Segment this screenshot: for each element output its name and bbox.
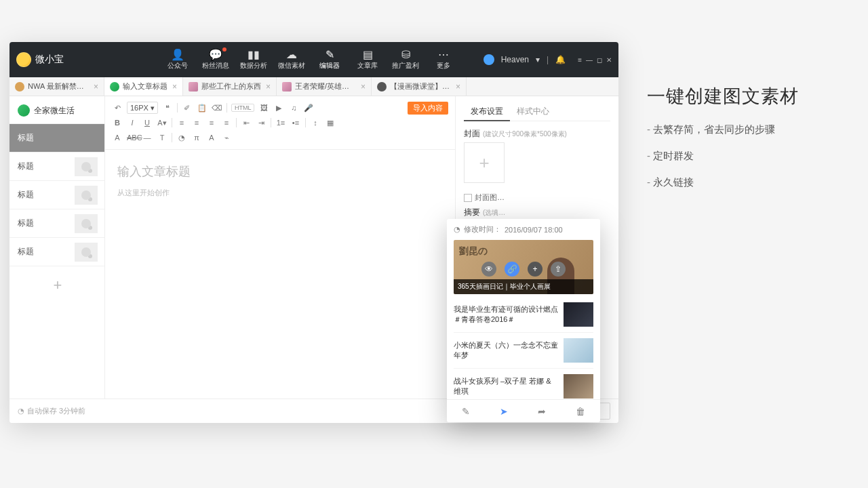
- share-icon[interactable]: ➦: [538, 406, 546, 417]
- outdent-icon[interactable]: ⇥: [256, 119, 267, 127]
- fontsize-select[interactable]: 16PX▾: [127, 102, 158, 114]
- bold-icon[interactable]: B: [112, 119, 123, 127]
- hero-preview[interactable]: 劉昆の 👁 🔗 + ⇪ 365天插画日记｜毕业个人画展: [454, 240, 593, 294]
- nav-editor[interactable]: ✎编辑器: [311, 49, 349, 70]
- popup-footer: ✎ ➤ ➦ 🗑: [447, 399, 600, 422]
- tab-4[interactable]: 【漫画微课堂】封面海...×: [372, 77, 467, 96]
- brush-icon[interactable]: ✐: [182, 104, 193, 113]
- thumb-icon: [75, 186, 98, 205]
- cover-show-checkbox[interactable]: 封面图…: [464, 192, 610, 203]
- title-input[interactable]: 输入文章标题: [117, 163, 443, 180]
- undo-icon[interactable]: ↶: [112, 104, 123, 113]
- tab-0[interactable]: NWA 最新解禁作品×: [9, 77, 104, 96]
- nav-promo[interactable]: ⛁推广盈利: [387, 49, 425, 70]
- preview-item[interactable]: 战斗女孩系列 –双子星 若娜 & 维琪: [454, 368, 593, 399]
- tab-publish-settings[interactable]: 发布设置: [464, 103, 510, 121]
- pencil-icon: ✎: [311, 49, 349, 61]
- strike-icon[interactable]: ABC: [127, 134, 138, 142]
- cover-upload[interactable]: +: [464, 142, 505, 183]
- pi-icon[interactable]: π: [191, 134, 202, 142]
- clock-icon: ◔: [454, 225, 460, 234]
- paste-icon[interactable]: 📋: [197, 104, 208, 113]
- preview-item[interactable]: 我是毕业生有迹可循的设计燃点＃青春答卷2016＃: [454, 297, 593, 332]
- link-icon[interactable]: 🔗: [505, 262, 519, 277]
- plus-icon[interactable]: +: [528, 262, 542, 277]
- account-selector[interactable]: 全家微生活: [9, 104, 104, 123]
- textcolor-icon[interactable]: A▾: [157, 119, 167, 127]
- wechat-icon: ☁: [273, 49, 311, 61]
- align-justify-icon[interactable]: ≡: [221, 119, 232, 127]
- underline-icon[interactable]: U: [142, 119, 153, 127]
- sigma-icon[interactable]: A: [206, 134, 217, 142]
- menu-icon[interactable]: ≡: [578, 56, 582, 64]
- edit-icon[interactable]: ✎: [462, 406, 470, 417]
- tab-style-center[interactable]: 样式中心: [510, 103, 556, 121]
- close-window-icon[interactable]: ✕: [606, 56, 612, 64]
- app-logo: 微小宝: [16, 52, 64, 67]
- nav-messages[interactable]: 💬粉丝消息: [197, 49, 235, 70]
- chevron-down-icon: ▾: [151, 104, 155, 113]
- close-icon[interactable]: ×: [94, 82, 98, 92]
- close-icon[interactable]: ×: [361, 82, 366, 92]
- chevron-down-icon[interactable]: ▾: [536, 55, 540, 64]
- maximize-icon[interactable]: ◻: [597, 56, 602, 64]
- article-card-1[interactable]: 标题: [9, 152, 104, 180]
- marketing-bullet: 永久链接: [647, 176, 864, 189]
- italic-icon[interactable]: I: [127, 119, 138, 127]
- send-icon[interactable]: ➤: [500, 406, 508, 417]
- eraser-icon[interactable]: ⌫: [212, 104, 222, 113]
- tab-favicon-icon: [110, 82, 119, 92]
- close-icon[interactable]: ×: [172, 82, 177, 92]
- close-icon[interactable]: ×: [266, 82, 271, 92]
- article-card-2[interactable]: 标题: [9, 180, 104, 209]
- preview-item[interactable]: 小米的夏天（六）一念念不忘童年梦: [454, 332, 593, 368]
- quote-icon[interactable]: ❝: [162, 104, 173, 113]
- nav-more[interactable]: ⋯更多: [425, 49, 462, 70]
- trash-icon[interactable]: 🗑: [576, 406, 585, 417]
- divider-icon[interactable]: —: [142, 134, 153, 142]
- image-icon[interactable]: 🖼: [258, 104, 269, 112]
- align-center-icon[interactable]: ≡: [191, 119, 202, 127]
- titlebar: 微小宝 👤公众号 💬粉丝消息 ▮▮数据分析 ☁微信素材 ✎编辑器 ▤文章库 ⛁推…: [9, 42, 618, 77]
- minimize-icon[interactable]: —: [586, 56, 593, 64]
- table-icon[interactable]: ▦: [325, 119, 336, 127]
- audio-icon[interactable]: ♫: [288, 104, 299, 112]
- list-bullet-icon[interactable]: •≡: [290, 119, 301, 127]
- align-left-icon[interactable]: ≡: [176, 119, 187, 127]
- editor-body[interactable]: 输入文章标题 从这里开始创作: [105, 150, 455, 423]
- thumb-icon: [564, 374, 593, 399]
- close-icon[interactable]: ×: [456, 82, 460, 92]
- material-preview-popup: ◔ 修改时间： 2016/09/07 18:00 劉昆の 👁 🔗 + ⇪ 365…: [447, 219, 600, 422]
- plus-icon: +: [479, 152, 489, 174]
- nav-analytics[interactable]: ▮▮数据分析: [235, 49, 273, 70]
- import-button[interactable]: 导入内容: [408, 102, 448, 115]
- nav-accounts[interactable]: 👤公众号: [159, 49, 197, 70]
- align-right-icon[interactable]: ≡: [206, 119, 217, 127]
- article-card-0[interactable]: 标题: [9, 123, 104, 152]
- user-avatar[interactable]: [484, 54, 494, 65]
- indent-icon[interactable]: ⇤: [241, 119, 252, 127]
- thumb-icon: [75, 157, 98, 176]
- html-button[interactable]: HTML: [231, 104, 255, 112]
- export-icon[interactable]: ⇪: [551, 262, 566, 277]
- tab-3[interactable]: 王者荣耀/英雄美术字×: [277, 77, 372, 96]
- article-card-4[interactable]: 标题: [9, 237, 104, 266]
- add-article-button[interactable]: +: [9, 266, 104, 304]
- nav-materials[interactable]: ☁微信素材: [273, 49, 311, 70]
- article-card-3[interactable]: 标题: [9, 209, 104, 237]
- mic-icon[interactable]: 🎤: [303, 104, 314, 113]
- bell-icon[interactable]: 🔔: [555, 55, 566, 64]
- lineheight-icon[interactable]: ↕: [310, 119, 321, 127]
- eye-icon[interactable]: 👁: [481, 262, 496, 277]
- tab-2[interactable]: 那些工作上的东西×: [183, 77, 277, 96]
- user-name[interactable]: Heaven: [501, 55, 529, 64]
- list-ordered-icon[interactable]: 1≡: [275, 119, 286, 127]
- code-icon[interactable]: ⌁: [221, 134, 232, 142]
- video-icon[interactable]: ▶: [273, 104, 284, 113]
- clock-icon[interactable]: ◔: [176, 134, 187, 142]
- text-icon[interactable]: T: [157, 134, 167, 142]
- nav-library[interactable]: ▤文章库: [349, 49, 387, 70]
- account-avatar-icon: [18, 104, 30, 117]
- font-icon[interactable]: A: [112, 134, 123, 142]
- tab-1[interactable]: 输入文章标题×: [104, 77, 183, 96]
